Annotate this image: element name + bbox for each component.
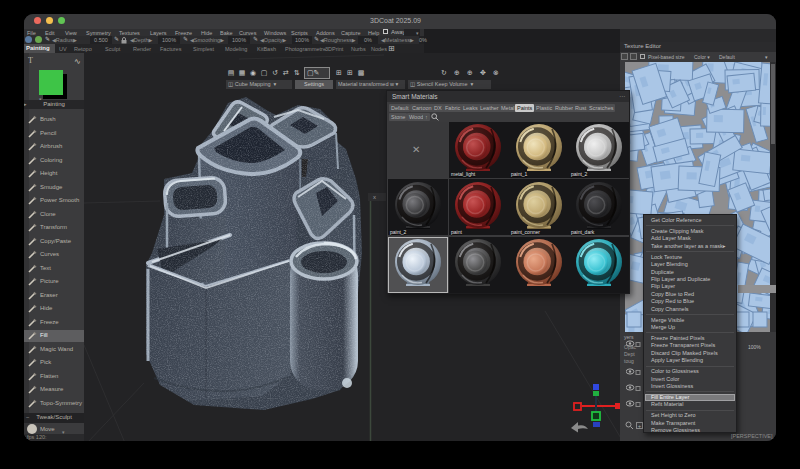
svg-text:x: x — [373, 194, 376, 200]
